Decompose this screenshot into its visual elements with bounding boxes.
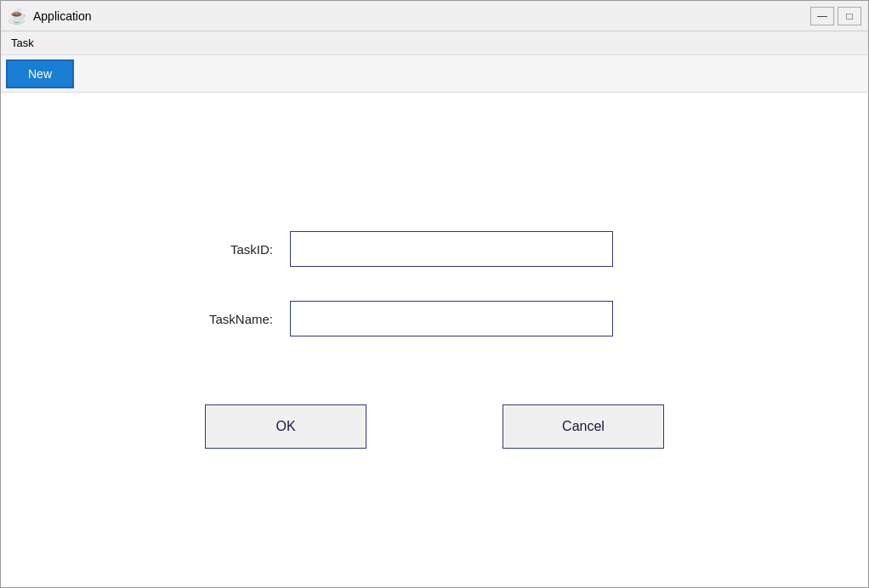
minimize-button[interactable]: — (810, 7, 834, 25)
title-bar: ☕ Application — □ (1, 1, 868, 31)
window-title: Application (33, 9, 92, 23)
task-name-label: TaskName: (137, 312, 290, 326)
menu-bar: Task (1, 31, 868, 55)
menu-item-task[interactable]: Task (1, 33, 44, 53)
task-id-label: TaskID: (137, 242, 290, 257)
task-name-row: TaskName: (137, 301, 732, 336)
app-icon: ☕ (8, 7, 26, 25)
ok-button[interactable]: OK (205, 404, 366, 449)
title-bar-left: ☕ Application (8, 7, 92, 25)
maximize-button[interactable]: □ (838, 7, 861, 25)
task-id-input[interactable] (290, 231, 613, 267)
new-button[interactable]: New (6, 59, 74, 88)
application-window: ☕ Application — □ Task New TaskID: TaskN… (0, 0, 869, 588)
task-id-row: TaskID: (137, 231, 732, 267)
cancel-button[interactable]: Cancel (503, 404, 664, 449)
button-row: OK Cancel (137, 404, 732, 449)
title-bar-controls: — □ (810, 7, 861, 25)
toolbar: New (1, 55, 868, 93)
form-section: TaskID: TaskName: OK Cancel (52, 231, 817, 449)
content-area: TaskID: TaskName: OK Cancel (1, 93, 868, 587)
task-name-input[interactable] (290, 301, 613, 336)
